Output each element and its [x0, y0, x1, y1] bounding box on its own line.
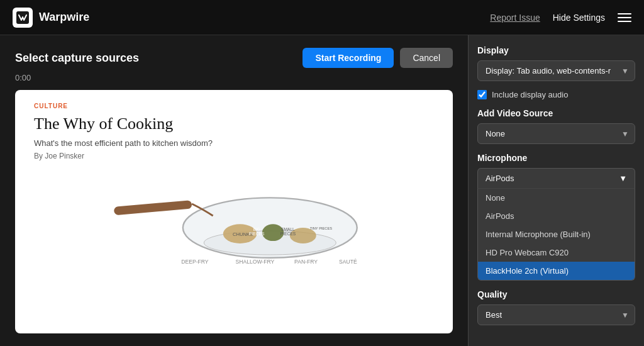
include-audio-checkbox[interactable] [477, 90, 487, 99]
settings-panel: Display Display: Tab audio, web-contents… [468, 35, 644, 346]
svg-text:PAN-FRY: PAN-FRY [294, 259, 318, 265]
mic-option-airpods[interactable]: AirPods [478, 207, 635, 225]
microphone-current-value: AirPods [486, 174, 514, 183]
mic-option-blackhole[interactable]: BlackHole 2ch (Virtual) [478, 262, 635, 280]
header-left: Warpwire [13, 8, 89, 28]
microphone-select-display[interactable]: AirPods ▼ [477, 168, 635, 189]
timer-display: 0:00 [15, 73, 453, 82]
microphone-dropdown-arrow: ▼ [619, 174, 627, 183]
app-header: Warpwire Report Issue Hide Settings [0, 0, 644, 35]
app-title: Warpwire [39, 11, 89, 24]
article-preview: CULTURE The Why of Cooking What's the mo… [15, 90, 453, 333]
svg-text:PIECES: PIECES [249, 232, 265, 237]
panel-header: Select capture sources Start Recording C… [15, 48, 453, 68]
preview-container: CULTURE The Why of Cooking What's the mo… [15, 90, 453, 333]
article-title: The Why of Cooking [34, 114, 434, 133]
svg-text:SMALL: SMALL [281, 227, 295, 232]
start-recording-button[interactable]: Start Recording [303, 48, 394, 68]
svg-text:BIG: BIG [253, 227, 261, 232]
report-issue-link[interactable]: Report Issue [490, 13, 540, 23]
video-source-select[interactable]: None [477, 123, 635, 144]
video-source-label: Add Video Source [477, 108, 635, 118]
header-right: Report Issue Hide Settings [490, 13, 631, 23]
menu-button[interactable] [618, 13, 631, 22]
svg-text:TINY PIECES: TINY PIECES [310, 226, 333, 230]
quality-label: Quality [477, 289, 635, 299]
microphone-dropdown-list: None AirPods Internal Microphone (Built-… [477, 189, 635, 281]
cancel-button[interactable]: Cancel [400, 48, 453, 68]
video-source-select-wrapper: None ▼ [477, 123, 635, 144]
svg-text:SHALLOW-FRY: SHALLOW-FRY [236, 259, 275, 265]
mic-option-hd[interactable]: HD Pro Webcam C920 [478, 243, 635, 262]
include-audio-label[interactable]: Include display audio [492, 90, 568, 99]
svg-text:PIECES: PIECES [280, 232, 296, 237]
microphone-label: Microphone [477, 153, 635, 163]
quality-section: Quality Best ▼ [477, 289, 635, 325]
svg-text:DEEP-FRY: DEEP-FRY [181, 259, 208, 265]
include-audio-row: Include display audio [477, 90, 635, 99]
svg-text:SAUTÉ: SAUTÉ [339, 259, 357, 265]
mic-option-internal[interactable]: Internal Microphone (Built-in) [478, 225, 635, 243]
include-audio-section: Include display audio [477, 90, 635, 99]
display-label: Display [477, 45, 635, 55]
video-source-section: Add Video Source None ▼ [477, 108, 635, 144]
main-content: Select capture sources Start Recording C… [0, 35, 644, 346]
article-subtitle: What's the most efficient path to kitche… [34, 138, 434, 148]
microphone-section: Microphone AirPods ▼ None AirPods Intern… [477, 153, 635, 281]
svg-rect-1 [114, 200, 192, 215]
quality-select[interactable]: Best [477, 304, 635, 325]
quality-select-wrapper: Best ▼ [477, 304, 635, 325]
display-section: Display Display: Tab audio, web-contents… [477, 45, 635, 81]
mic-option-none[interactable]: None [478, 189, 635, 207]
header-actions: Start Recording Cancel [303, 48, 453, 68]
article-culture-tag: CULTURE [34, 103, 434, 109]
warpwire-logo [13, 8, 33, 28]
hide-settings-button[interactable]: Hide Settings [553, 13, 605, 23]
article-image: CHUNKS DEEP-FRY SHALLOW-FRY PAN-FRY SAUT… [34, 169, 434, 270]
display-select[interactable]: Display: Tab audio, web-contents-r [477, 60, 635, 81]
display-select-wrapper: Display: Tab audio, web-contents-r ▼ [477, 60, 635, 81]
left-panel: Select capture sources Start Recording C… [0, 35, 468, 346]
page-title: Select capture sources [15, 52, 139, 65]
